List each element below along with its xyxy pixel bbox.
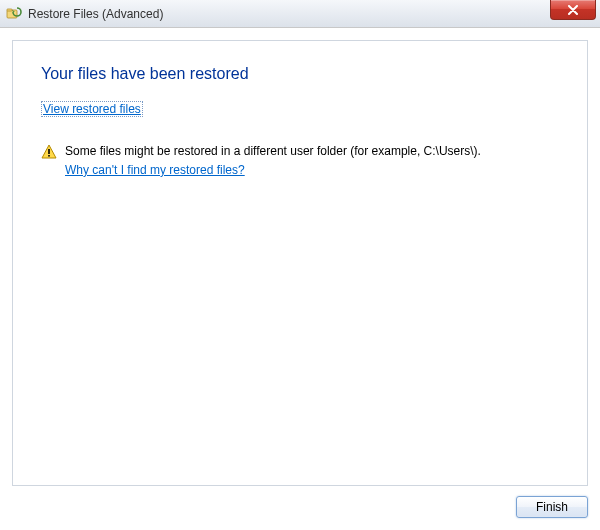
finish-button[interactable]: Finish [516,496,588,518]
svg-rect-3 [48,155,50,157]
close-button[interactable] [550,0,596,20]
warning-block: Some files might be restored in a differ… [41,143,559,179]
window-title: Restore Files (Advanced) [28,7,163,21]
titlebar: Restore Files (Advanced) [0,0,600,28]
why-cant-find-link[interactable]: Why can't I find my restored files? [65,162,245,179]
view-restored-files-link[interactable]: View restored files [41,101,143,117]
warning-message: Some files might be restored in a differ… [65,144,481,158]
page-heading: Your files have been restored [41,65,559,83]
close-icon [567,5,579,15]
wizard-panel: Your files have been restored View resto… [12,40,588,486]
content-wrapper: Your files have been restored View resto… [0,28,600,530]
warning-icon [41,144,57,160]
view-link-row: View restored files [41,101,559,117]
restore-files-icon [6,6,22,22]
warning-text: Some files might be restored in a differ… [65,143,481,179]
svg-rect-2 [48,149,50,154]
restore-files-window: Restore Files (Advanced) Your files have… [0,0,600,530]
svg-rect-1 [7,9,12,11]
button-row: Finish [12,486,588,518]
